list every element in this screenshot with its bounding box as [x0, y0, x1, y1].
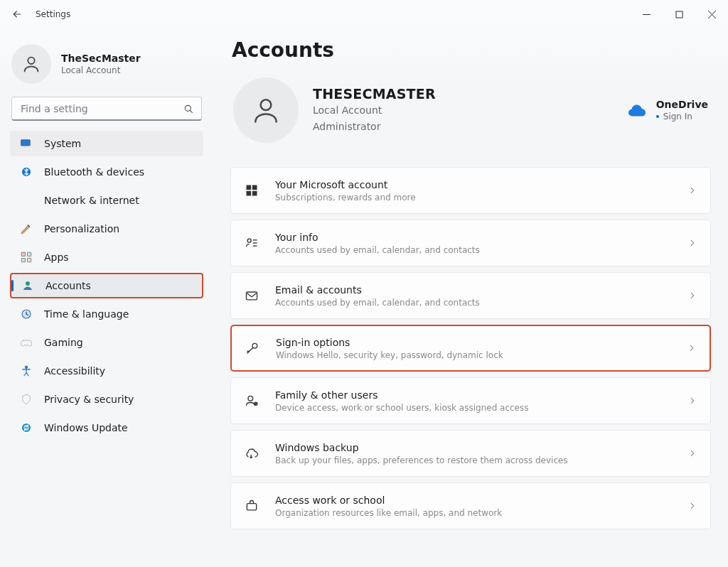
- accounts-icon: [21, 279, 34, 292]
- close-button[interactable]: [695, 3, 728, 26]
- network-icon: [20, 194, 33, 207]
- window-controls: [630, 3, 728, 26]
- onedrive-block[interactable]: OneDrive Sign In: [628, 99, 708, 122]
- sidebar-nav: SystemBluetooth & devicesNetwork & inter…: [10, 131, 203, 441]
- svg-rect-20: [252, 185, 257, 190]
- card-subtitle: Accounts used by email, calendar, and co…: [275, 298, 672, 308]
- svg-rect-7: [21, 140, 31, 146]
- svg-point-17: [21, 423, 31, 433]
- avatar: [11, 44, 51, 84]
- system-icon: [20, 137, 33, 150]
- sidebar-item-label: Network & internet: [44, 195, 139, 206]
- card-subtitle: Back up your files, apps, preferences to…: [275, 455, 672, 465]
- card-title: Sign-in options: [276, 337, 671, 348]
- window-title: Settings: [36, 9, 70, 19]
- sidebar-item-time[interactable]: Time & language: [10, 301, 203, 327]
- maximize-icon: [675, 11, 683, 18]
- sidebar-item-personalize[interactable]: Personalization: [10, 216, 203, 242]
- card-title: Email & accounts: [275, 284, 672, 296]
- back-button[interactable]: [11, 9, 23, 20]
- card-title: Family & other users: [275, 389, 672, 401]
- svg-rect-21: [247, 191, 252, 196]
- content: Accounts THESECMASTER Local Account Admi…: [213, 28, 728, 567]
- work-icon: [244, 498, 259, 514]
- sidebar-item-label: Privacy & security: [44, 394, 134, 405]
- email-icon: [244, 288, 259, 303]
- account-cards: Your Microsoft accountSubscriptions, rew…: [230, 167, 711, 529]
- card-msaccount[interactable]: Your Microsoft accountSubscriptions, rew…: [230, 167, 711, 214]
- chevron-right-icon: [687, 291, 697, 301]
- sidebar-item-apps[interactable]: Apps: [10, 244, 203, 270]
- onedrive-label: OneDrive: [656, 99, 708, 110]
- card-family[interactable]: Family & other usersDevice access, work …: [230, 377, 711, 424]
- chevron-right-icon: [687, 238, 697, 248]
- minimize-icon: [643, 11, 651, 18]
- sidebar-item-update[interactable]: Windows Update: [10, 415, 203, 441]
- sidebar-item-gaming[interactable]: Gaming: [10, 330, 203, 355]
- close-icon: [708, 11, 716, 18]
- svg-point-16: [26, 366, 28, 368]
- card-title: Your Microsoft account: [275, 179, 672, 190]
- person-icon: [250, 94, 282, 126]
- maximize-button[interactable]: [663, 3, 695, 26]
- chevron-right-icon: [687, 501, 697, 511]
- account-header: THESECMASTER Local Account Administrator…: [230, 77, 711, 143]
- svg-point-4: [28, 58, 34, 64]
- sidebar-item-bluetooth[interactable]: Bluetooth & devices: [10, 159, 203, 185]
- signin-icon: [245, 340, 260, 356]
- card-work[interactable]: Access work or schoolOrganization resour…: [230, 482, 711, 529]
- minimize-button[interactable]: [630, 3, 663, 26]
- sidebar: TheSecMaster Local Account SystemBluetoo…: [0, 28, 213, 567]
- gaming-icon: [20, 336, 33, 349]
- card-subtitle: Subscriptions, rewards and more: [275, 193, 672, 202]
- sidebar-item-accessibility[interactable]: Accessibility: [10, 358, 203, 384]
- chevron-right-icon: [687, 396, 697, 406]
- svg-rect-33: [247, 504, 256, 510]
- card-title: Your info: [275, 232, 672, 243]
- apps-icon: [20, 251, 33, 264]
- chevron-right-icon: [687, 448, 697, 458]
- sidebar-item-system[interactable]: System: [10, 131, 203, 156]
- msaccount-icon: [244, 183, 259, 198]
- svg-point-29: [248, 396, 253, 401]
- card-subtitle: Windows Hello, security key, password, d…: [276, 350, 671, 360]
- svg-point-18: [261, 99, 272, 110]
- user-subtitle: Local Account: [61, 65, 141, 75]
- svg-rect-1: [676, 11, 682, 18]
- account-avatar: [233, 77, 299, 143]
- sidebar-item-label: Bluetooth & devices: [44, 166, 144, 178]
- sidebar-item-accounts[interactable]: Accounts: [10, 273, 203, 298]
- sidebar-item-label: Time & language: [44, 308, 129, 320]
- svg-point-14: [26, 281, 30, 286]
- svg-point-28: [252, 343, 257, 348]
- search-box[interactable]: [11, 97, 202, 121]
- bluetooth-icon: [20, 166, 33, 178]
- cloud-icon: [628, 104, 646, 117]
- svg-rect-13: [28, 259, 31, 262]
- onedrive-signin[interactable]: Sign In: [656, 112, 708, 122]
- svg-point-23: [247, 239, 251, 242]
- sidebar-item-label: System: [44, 138, 81, 149]
- svg-rect-27: [247, 292, 257, 300]
- sidebar-item-label: Accessibility: [44, 365, 105, 377]
- card-title: Windows backup: [275, 442, 672, 453]
- person-icon: [21, 54, 41, 74]
- card-signin[interactable]: Sign-in optionsWindows Hello, security k…: [230, 325, 711, 372]
- privacy-icon: [20, 393, 33, 406]
- search-input[interactable]: [12, 97, 201, 119]
- card-subtitle: Accounts used by email, calendar, and co…: [275, 245, 672, 255]
- sidebar-item-network[interactable]: Network & internet: [10, 188, 203, 213]
- sidebar-user[interactable]: TheSecMaster Local Account: [10, 40, 203, 97]
- titlebar: Settings: [0, 0, 728, 28]
- card-yourinfo[interactable]: Your infoAccounts used by email, calenda…: [230, 220, 711, 266]
- time-icon: [20, 308, 33, 320]
- sidebar-item-label: Accounts: [46, 280, 91, 291]
- svg-rect-12: [21, 259, 25, 262]
- svg-rect-11: [28, 252, 31, 256]
- card-backup[interactable]: Windows backupBack up your files, apps, …: [230, 430, 711, 477]
- backup-icon: [244, 446, 259, 461]
- card-email[interactable]: Email & accountsAccounts used by email, …: [230, 272, 711, 319]
- accessibility-icon: [20, 364, 33, 377]
- page-title: Accounts: [232, 38, 711, 62]
- sidebar-item-privacy[interactable]: Privacy & security: [10, 387, 203, 412]
